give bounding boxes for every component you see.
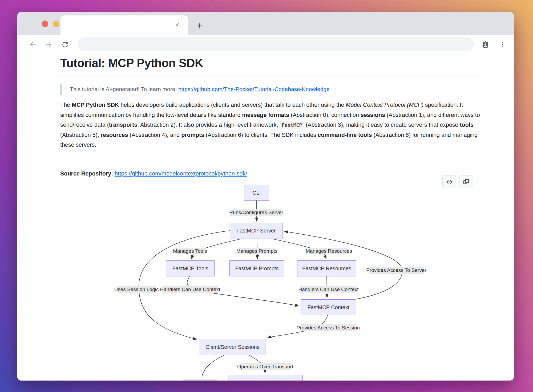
diagram-node-label: FastMCP Prompts [235,266,279,272]
forward-button[interactable] [43,39,54,50]
diagram-node-fastmcp-server: FastMCP Server [230,223,282,239]
edge-label [183,379,217,381]
diagram-node-cli: CLI [244,185,269,201]
diagram-node-fastmcp-resources: FastMCP Resources [297,260,356,276]
diagram-node-label: FastMCP Context [308,304,349,311]
edge-label: Manages Prompts [239,248,275,254]
tutorial-codebase-link[interactable]: https://github.com/The-Pocket/Tutorial-C… [178,86,330,92]
edge-label: Manages Resources [309,248,349,254]
page-content: Tutorial: MCP Python SDK This tutorial i… [17,54,514,381]
profile-icon[interactable] [480,39,490,50]
new-tab-button[interactable] [195,21,205,31]
tab-strip [17,12,514,35]
browser-window: Tutorial: MCP Python SDK This tutorial i… [17,12,514,381]
diagram-node-fastmcp-prompts: FastMCP Prompts [229,260,284,276]
diagram-node-label: FastMCP Server [236,228,276,234]
edge-label: Runs/Configures Server [230,209,282,216]
edge-label: Handlers Can Use Context [300,286,357,293]
diagram-node-transport-partial [228,375,303,381]
diagram-node-fastmcp-context: FastMCP Context [301,299,356,315]
diagram-node-client-server-sessions: Client/Server Sessions [200,339,265,355]
diagram-node-label: FastMCP Resources [302,266,351,272]
edge-label: Handlers Can Use Context [162,286,218,293]
tab-close-icon[interactable] [172,20,182,30]
title-divider [60,76,480,76]
browser-toolbar [17,35,514,54]
diagram-node-label: FastMCP Tools [172,266,208,272]
edge-label: Provides Access To Server [369,267,424,274]
browser-tab[interactable] [60,15,188,35]
intro-paragraph: The MCP Python SDK helps developers buil… [60,100,481,150]
flowchart-edges [17,173,514,381]
back-button[interactable] [27,39,38,50]
diagram-node-fastmcp-tools: FastMCP Tools [166,260,215,276]
edge-label: Uses Session Logic [117,286,156,293]
desktop: { "browser": { "traffic_lights": ["close… [0,0,533,392]
diagram-copy-button[interactable] [459,175,473,188]
diagram-node-label: Client/Server Sessions [205,344,259,350]
edge-label: Provides Access To Session [300,324,357,331]
diagram-expand-button[interactable] [442,175,456,188]
diagram-node-label: CLI [252,190,261,196]
menu-icon[interactable] [497,39,507,50]
window-close-button[interactable] [42,21,48,27]
page-title: Tutorial: MCP Python SDK [60,56,203,70]
edge-label: Manages Tools [175,248,205,254]
reload-button[interactable] [60,39,70,50]
edge-label: Operates Over Transport [239,363,292,370]
address-bar[interactable] [78,37,474,51]
ai-generated-note: This tutorial is AI-generated! To learn … [60,84,330,95]
note-text: This tutorial is AI-generated! To learn … [70,86,178,92]
window-minimize-button[interactable] [53,21,59,27]
flowchart-diagram: CLIFastMCP ServerFastMCP ToolsFastMCP Pr… [17,173,514,381]
